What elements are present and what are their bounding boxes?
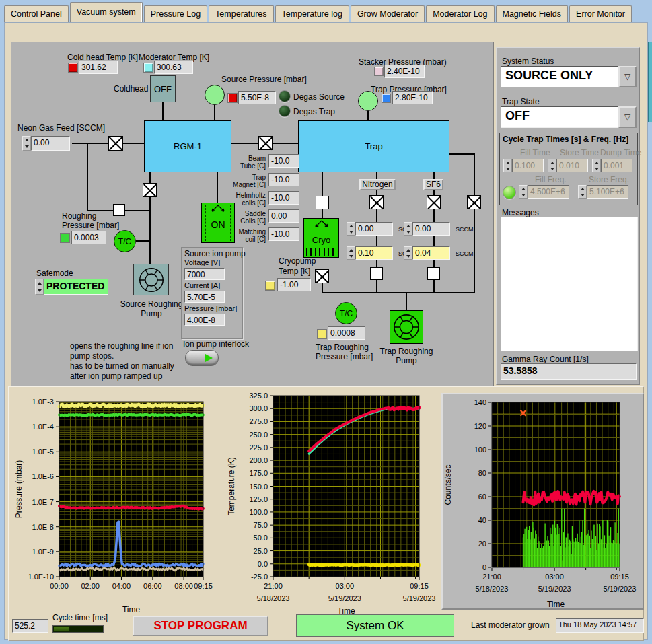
- trap-pressure-gauge-icon: [358, 91, 378, 111]
- trap-state-value[interactable]: OFF: [501, 106, 618, 128]
- source-roughing-valve-icon[interactable]: [143, 183, 157, 197]
- dump-time-value[interactable]: 0.001: [601, 159, 632, 172]
- degas-source-led[interactable]: [279, 90, 291, 102]
- trap-roughing-pump-label: Trap RoughingPump: [373, 347, 440, 365]
- safemode-control[interactable]: PROTECTED: [35, 279, 108, 295]
- tab-bar: Control Panel Vacuum system Pressure Log…: [4, 3, 632, 22]
- fill-freq-input[interactable]: 4.500E+6: [519, 185, 569, 199]
- source-roughing-pump-icon[interactable]: [133, 264, 169, 295]
- store-freq-value[interactable]: 5.100E+6: [587, 185, 628, 199]
- stop-program-button[interactable]: STOP PROGRAM: [133, 616, 268, 636]
- cryopump-icon[interactable]: Cryo: [303, 218, 339, 258]
- sf6-set-spinner[interactable]: [404, 246, 412, 260]
- nitrogen-flow-spinner[interactable]: [347, 222, 355, 236]
- store-time-spinner[interactable]: [548, 159, 556, 172]
- sf6-flow-set[interactable]: 0.04: [412, 246, 450, 260]
- dump-time-input[interactable]: 0.001: [592, 159, 632, 172]
- fill-time-value[interactable]: 0.100: [512, 159, 544, 172]
- pipe-line: [322, 209, 323, 219]
- system-status-dropdown[interactable]: SOURCE ONLY ▽: [501, 66, 637, 87]
- chevron-down-icon[interactable]: ▽: [618, 106, 637, 128]
- system-status-value[interactable]: SOURCE ONLY: [501, 66, 618, 87]
- stacker-pressure-value: 2.40E-10: [384, 65, 425, 78]
- store-freq-spinner[interactable]: [578, 185, 587, 199]
- voltage-label: Voltage [V]: [184, 258, 220, 266]
- roughing-pressure-label2: Pressure [mbar]: [62, 221, 119, 230]
- ion-pump-state: ON: [202, 219, 234, 230]
- source-tc-gauge[interactable]: T/C: [114, 230, 136, 252]
- pipe-line: [376, 236, 377, 247]
- svg-text:00:00: 00:00: [50, 582, 69, 590]
- pipe-line: [136, 240, 151, 242]
- nitrogen-lower-valve-icon[interactable]: [370, 267, 383, 280]
- sf6-flow-setpoint[interactable]: 0.04: [404, 246, 450, 260]
- temperature-chart[interactable]: 325.0300.0275.0250.0225.0200.0175.0150.0…: [226, 386, 439, 619]
- cryo-bottom-valve-icon[interactable]: [315, 269, 329, 283]
- rgm-trap-gate-valve-icon[interactable]: [258, 136, 273, 150]
- status-panel: System Status SOURCE ONLY ▽ Trap State O…: [496, 47, 640, 385]
- source-ion-pump-icon[interactable]: ON: [201, 203, 235, 243]
- pressure-chart[interactable]: 1.0E-31.0E-41.0E-51.0E-61.0E-71.0E-81.0E…: [13, 389, 223, 618]
- pipe-line: [149, 197, 151, 264]
- split-arrows-icon: [209, 205, 227, 214]
- neon-value[interactable]: 0.00: [31, 136, 70, 151]
- svg-text:03:00: 03:00: [545, 573, 564, 581]
- cryo-top-valve-icon[interactable]: [316, 196, 329, 209]
- tab-error-monitor[interactable]: Error Monitor: [569, 5, 632, 22]
- sf6-valve-icon[interactable]: [427, 195, 441, 209]
- fill-freq-spinner[interactable]: [519, 185, 528, 199]
- degas-trap-led[interactable]: [279, 105, 291, 117]
- safemode-value[interactable]: PROTECTED: [44, 279, 108, 295]
- svg-text:5/19/2023: 5/19/2023: [538, 585, 571, 593]
- window-edge-fragment: [648, 42, 652, 122]
- svg-text:40: 40: [478, 516, 486, 524]
- dump-time-spinner[interactable]: [592, 159, 601, 172]
- system-status-indicator: System OK: [296, 614, 454, 637]
- chevron-down-icon[interactable]: ▽: [618, 66, 637, 87]
- nitrogen-valve-icon[interactable]: [369, 195, 384, 209]
- svg-text:21:00: 21:00: [264, 582, 283, 590]
- last-moderator-label: Last moderator grown: [471, 620, 550, 630]
- roughing-line-valve-icon[interactable]: [113, 204, 125, 216]
- nitrogen-flow-set[interactable]: 0.10: [355, 246, 393, 260]
- store-time-value[interactable]: 0.010: [556, 159, 588, 172]
- counts-chart[interactable]: 14012010080604020021:005/18/202303:005/1…: [443, 397, 643, 612]
- trap-state-dropdown[interactable]: OFF ▽: [501, 106, 637, 128]
- system-status-label: System Status: [502, 57, 554, 66]
- coldhead-toggle-button[interactable]: OFF: [150, 75, 176, 102]
- fill-time-spinner[interactable]: [503, 159, 512, 172]
- trap-tc-gauge[interactable]: T/C: [335, 302, 357, 324]
- messages-label: Messages: [502, 208, 539, 217]
- tab-moderator-log[interactable]: Moderator Log: [426, 5, 494, 22]
- fill-time-input[interactable]: 0.100: [503, 159, 544, 172]
- nitrogen-set-spinner[interactable]: [347, 246, 355, 260]
- ion-pressure-label: Pressure [mbar]: [184, 304, 237, 312]
- tab-magnetic-fields[interactable]: Magnetic Fields: [496, 5, 569, 22]
- store-freq-input[interactable]: 5.100E+6: [578, 185, 628, 199]
- svg-text:08:00: 08:00: [174, 582, 193, 590]
- neon-inlet-valve-icon[interactable]: [108, 136, 123, 151]
- trap-roughing-line-valve-icon[interactable]: [467, 195, 481, 209]
- ion-pump-interlock-switch[interactable]: [185, 350, 219, 366]
- tab-grow-moderator[interactable]: Grow Moderator: [351, 5, 425, 22]
- tab-pressure-log[interactable]: Pressure Log: [144, 5, 207, 22]
- pipe-line: [433, 236, 435, 247]
- nitrogen-button[interactable]: Nitrogen: [359, 179, 396, 190]
- fill-freq-label: Fill Freq.: [535, 175, 567, 184]
- cryo-label: Cryo: [304, 235, 338, 245]
- neon-spinner[interactable]: [22, 136, 31, 151]
- sf6-flow-spinner[interactable]: [404, 222, 412, 236]
- safemode-spinner[interactable]: [35, 279, 44, 295]
- tab-temperature-log[interactable]: Temperature log: [275, 5, 349, 22]
- nitrogen-flow-setpoint[interactable]: 0.10: [347, 246, 393, 260]
- neon-gas-feed-input[interactable]: 0.00: [22, 136, 70, 151]
- messages-box[interactable]: [501, 217, 638, 351]
- tab-control-panel[interactable]: Control Panel: [4, 5, 69, 22]
- store-time-input[interactable]: 0.010: [548, 159, 588, 172]
- trap-roughing-pump-icon[interactable]: [390, 310, 423, 344]
- sf6-button[interactable]: SF6: [423, 179, 443, 190]
- tab-temperatures[interactable]: Temperatures: [209, 5, 273, 22]
- tab-vacuum-system[interactable]: Vacuum system: [70, 2, 143, 22]
- fill-freq-value[interactable]: 4.500E+6: [528, 185, 569, 199]
- sf6-lower-valve-icon[interactable]: [427, 267, 440, 280]
